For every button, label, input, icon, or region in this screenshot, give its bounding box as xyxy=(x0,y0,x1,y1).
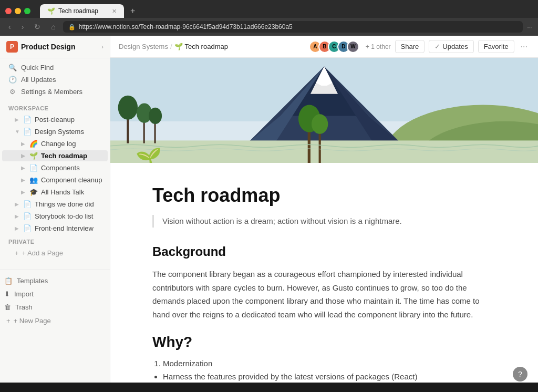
updates-btn[interactable]: ✓ Updates xyxy=(429,40,473,53)
all-updates-item[interactable]: 🕐 All Updates xyxy=(4,74,106,86)
active-tab[interactable]: 🌱 Tech roadmap ✕ xyxy=(40,4,124,18)
toolbar-actions: ··· xyxy=(527,23,533,31)
browser-tabs: 🌱 Tech roadmap ✕ + xyxy=(40,4,139,18)
sidebar-item-component-cleanup[interactable]: ▶ 👥 Component cleanup xyxy=(2,174,108,185)
sidebar-item-label: Front-end Interview xyxy=(35,224,94,232)
sidebar-item-frontend[interactable]: ▶ 📄 Front-end Interview xyxy=(2,223,108,234)
add-icon: + xyxy=(15,249,19,257)
sidebar-item-things-done[interactable]: ▶ 📄 Things we done did xyxy=(2,199,108,210)
workspace-icon: P xyxy=(6,41,18,53)
workspace-name: Product Design xyxy=(21,43,75,51)
sidebar-item-all-hands[interactable]: ▶ 🎓 All Hands Talk xyxy=(2,187,108,198)
bullet-list: Harness the features provided by the lat… xyxy=(152,372,496,381)
sidebar-item-change-log[interactable]: ▶ 🌈 Change log xyxy=(2,138,108,149)
arrow-icon: ▶ xyxy=(15,201,20,207)
arrow-icon: ▶ xyxy=(15,225,20,231)
templates-label: Templates xyxy=(17,277,48,285)
close-window-btn[interactable] xyxy=(5,8,12,14)
breadcrumb-parent[interactable]: Design Systems xyxy=(119,43,168,50)
page-icon: 📄 xyxy=(23,200,32,208)
arrow-icon: ▶ xyxy=(21,153,26,159)
breadcrumb-icon: 🌱 xyxy=(174,43,183,50)
page-icon: 📄 xyxy=(23,128,32,136)
app-container: P Product Design › 🔍 Quick Find 🕐 All Up… xyxy=(0,36,538,383)
sidebar-item-label: Component cleanup xyxy=(41,176,102,184)
updates-label: Updates xyxy=(442,43,468,50)
main-content: Design Systems / 🌱 Tech roadmap A B C D … xyxy=(110,36,538,383)
page-header: Design Systems / 🌱 Tech roadmap A B C D … xyxy=(110,36,538,58)
why-section-title: Why? xyxy=(152,334,496,350)
sidebar-item-storybook[interactable]: ▶ 📄 Storybook to-do list xyxy=(2,211,108,222)
import-icon: ⬇ xyxy=(4,290,10,298)
background-text: The component library began as a courage… xyxy=(152,267,496,321)
svg-point-12 xyxy=(118,96,138,120)
nav-back-btn[interactable]: ‹ xyxy=(5,22,14,32)
group-icon: 👥 xyxy=(29,176,38,184)
maximize-window-btn[interactable] xyxy=(24,8,30,14)
import-label: Import xyxy=(14,290,34,298)
sidebar-item-label: Change log xyxy=(41,140,76,148)
page-icon: 📄 xyxy=(29,164,38,172)
page-icon: 📄 xyxy=(23,224,32,232)
more-options-btn[interactable]: ··· xyxy=(519,42,530,51)
sidebar-import[interactable]: ⬇ Import xyxy=(0,287,110,301)
seedling-icon: 🌱 xyxy=(29,152,38,160)
sidebar-item-tech-roadmap[interactable]: ▶ 🌱 Tech roadmap xyxy=(2,150,108,161)
window-controls xyxy=(5,8,30,14)
clock-icon: 🕐 xyxy=(8,76,17,84)
page-icon: 📄 xyxy=(23,116,32,123)
svg-point-20 xyxy=(312,114,328,134)
favorite-btn[interactable]: Favorite xyxy=(478,40,514,53)
new-page-btn[interactable]: + + New Page xyxy=(0,314,110,328)
svg-rect-10 xyxy=(110,140,538,163)
page-icon: 📄 xyxy=(23,212,32,220)
svg-point-16 xyxy=(149,108,162,124)
settings-item[interactable]: ⚙ Settings & Members xyxy=(4,86,106,98)
ssl-lock-icon: 🔒 xyxy=(68,24,76,30)
sidebar-item-post-cleanup[interactable]: ▶ 📄 Post-cleanup xyxy=(2,114,108,125)
arrow-icon: ▼ xyxy=(15,129,20,135)
arrow-icon: ▶ xyxy=(21,177,26,183)
hero-image: 🌱 xyxy=(110,58,538,163)
background-section-title: Background xyxy=(152,244,496,259)
breadcrumb-separator: / xyxy=(170,43,172,50)
gear-icon: ⚙ xyxy=(8,88,17,96)
breadcrumb: Design Systems / 🌱 Tech roadmap xyxy=(119,43,228,50)
new-page-label: + New Page xyxy=(14,317,51,325)
sidebar-item-design-systems[interactable]: ▼ 📄 Design Systems xyxy=(2,126,108,137)
nav-home-btn[interactable]: ⌂ xyxy=(48,22,58,32)
sidebar-item-components[interactable]: ▶ 📄 Components xyxy=(2,162,108,173)
arrow-icon: ▶ xyxy=(21,165,26,171)
sidebar-item-label: Post-cleanup xyxy=(35,116,75,123)
check-icon: ✓ xyxy=(434,43,440,50)
sidebar-add-page[interactable]: + + Add a Page xyxy=(2,247,108,259)
browser-chrome: 🌱 Tech roadmap ✕ + ‹ › ↻ ⌂ 🔒 https://www… xyxy=(0,0,538,36)
toolbar-extra-btn[interactable]: ··· xyxy=(527,23,533,31)
help-btn[interactable]: ? xyxy=(513,367,527,381)
minimize-window-btn[interactable] xyxy=(15,8,21,14)
numbered-list: Modernization xyxy=(152,359,496,368)
breadcrumb-current-title: Tech roadmap xyxy=(185,43,228,50)
address-bar[interactable]: 🔒 https://www.notion.so/Tech-roadmap-96c… xyxy=(63,21,523,33)
page-icon: 🌱 xyxy=(136,147,162,163)
nav-refresh-btn[interactable]: ↻ xyxy=(31,22,44,32)
arrow-icon: ▶ xyxy=(15,213,20,219)
all-updates-label: All Updates xyxy=(21,76,56,84)
new-tab-btn[interactable]: + xyxy=(126,4,139,18)
header-actions: A B C D W + 1 other Share ✓ Updates Favo… xyxy=(309,40,530,53)
add-page-label: + Add a Page xyxy=(22,249,63,257)
sidebar: P Product Design › 🔍 Quick Find 🕐 All Up… xyxy=(0,36,110,383)
nav-forward-btn[interactable]: › xyxy=(18,22,27,32)
arrow-icon: ▶ xyxy=(21,189,26,195)
share-btn[interactable]: Share xyxy=(395,40,425,53)
quick-find-item[interactable]: 🔍 Quick Find xyxy=(4,61,106,74)
address-text: https://www.notion.so/Tech-roadmap-96c66… xyxy=(79,23,293,30)
sidebar-templates[interactable]: 📋 Templates xyxy=(0,274,110,287)
sidebar-item-label: Tech roadmap xyxy=(41,152,87,160)
search-icon: 🔍 xyxy=(8,64,17,71)
tab-close-btn[interactable]: ✕ xyxy=(112,8,117,15)
sidebar-trash[interactable]: 🗑 Trash xyxy=(0,301,110,314)
workspace-header[interactable]: P Product Design › xyxy=(0,36,110,58)
browser-toolbar: ‹ › ↻ ⌂ 🔒 https://www.notion.so/Tech-roa… xyxy=(0,18,538,36)
list-item-modernization: Modernization xyxy=(163,359,496,368)
